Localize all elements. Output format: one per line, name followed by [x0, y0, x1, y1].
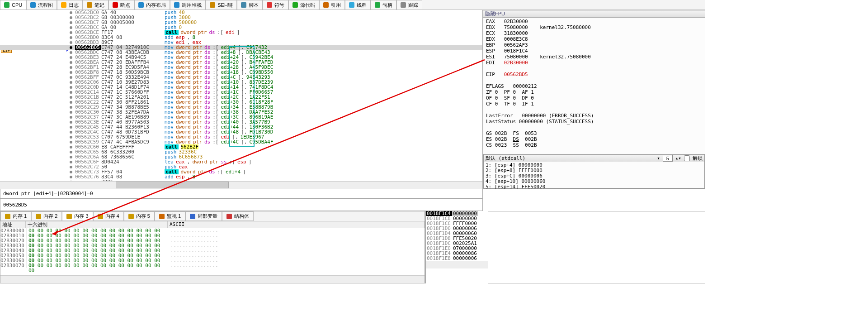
- breakpoint-dot[interactable]: [70, 66, 72, 69]
- breakpoint-dot[interactable]: [70, 71, 72, 74]
- breakpoint-dot[interactable]: [70, 146, 72, 149]
- tab-trc[interactable]: 跟踪: [396, 0, 422, 10]
- disasm-row[interactable]: 00562C7683C4 08add esp,8: [0, 174, 482, 179]
- breakpoint-dot[interactable]: [70, 56, 72, 59]
- disasm-row[interactable]: 00562C7250push eax: [0, 164, 482, 169]
- breakpoint-dot[interactable]: [70, 126, 72, 129]
- disasm-row[interactable]: 00562BC268 00300000push 3000: [0, 15, 482, 20]
- breakpoint-dot[interactable]: [70, 46, 72, 49]
- breakpoint-dot[interactable]: [70, 171, 72, 173]
- breakpoint-dot[interactable]: [70, 116, 72, 119]
- disasm-row[interactable]: 00562C59C747 4C 4FBA5DC9mov dword ptr ds…: [0, 139, 482, 144]
- breakpoint-dot[interactable]: [70, 176, 72, 178]
- breakpoint-dot[interactable]: [70, 136, 72, 139]
- stack-row[interactable]: 0018F1E800000006: [426, 256, 488, 261]
- tab-cpu[interactable]: CPU: [0, 0, 26, 10]
- arg-row[interactable]: 5: [esp+14] FFE50020: [486, 184, 703, 190]
- disasm-row[interactable]: 00562BC06A 40push 40: [0, 10, 482, 15]
- tab-sym[interactable]: 符号: [263, 0, 288, 10]
- disasm-row[interactable]: 00562BCEFF17call dword ptr ds:[edi]: [0, 30, 482, 35]
- dump-row[interactable]: 02B3007000 00 00 00 00 00 00 00 00 00 00…: [0, 263, 425, 268]
- stack-panel[interactable]: 0018F1C4000000000018F1C8000000000018F1CC…: [425, 211, 488, 283]
- breakpoint-dot[interactable]: [70, 61, 72, 64]
- args-unlock-check[interactable]: [684, 155, 690, 161]
- regs-header[interactable]: 隐藏FPU: [483, 10, 705, 18]
- tab-call[interactable]: 调用堆栈: [170, 0, 206, 10]
- breakpoint-dot[interactable]: [70, 111, 72, 114]
- breakpoint-dot[interactable]: [70, 156, 72, 158]
- info-line-1: dword ptr [edi+4]=[02B30004]=0: [0, 189, 483, 198]
- tab-scr[interactable]: 脚本: [237, 0, 263, 10]
- args-count-input[interactable]: [663, 155, 673, 162]
- tab-label: 符号: [274, 2, 284, 9]
- disasm-row[interactable]: 00562C73FF57 04call dword ptr ds:[edi+4]: [0, 169, 482, 174]
- tab-hnd[interactable]: 句柄: [371, 0, 396, 10]
- memtab-icon: [36, 214, 41, 219]
- args-spin[interactable]: ▴▾: [675, 155, 681, 161]
- breakpoint-dot[interactable]: [70, 181, 72, 182]
- memtab-icon: [5, 214, 10, 219]
- info-line-2: 00562BD5: [0, 198, 483, 211]
- stack-hscroll[interactable]: [426, 261, 488, 268]
- hide-fpu-link[interactable]: 隐藏FPU: [485, 10, 505, 17]
- breakpoint-dot[interactable]: [70, 151, 72, 153]
- main-toolbar: CPU流程图日志笔记断点内存布局调用堆栈SEH链脚本符号源代码引用线程句柄跟踪: [0, 0, 705, 10]
- breakpoint-dot[interactable]: [70, 41, 72, 44]
- memtab[interactable]: 局部变量: [185, 211, 222, 221]
- breakpoint-dot[interactable]: [70, 16, 72, 19]
- disasm-row[interactable]: 00562C6568 6C333200push 32336C: [0, 149, 482, 154]
- disasm-row[interactable]: 00562BC768 00005000push 500000: [0, 20, 482, 25]
- disasm-row[interactable]: 8006: [0, 179, 482, 181]
- breakpoint-dot[interactable]: [70, 11, 72, 14]
- tab-log[interactable]: 日志: [57, 0, 83, 10]
- disasm-row[interactable]: 00562BCC6A 00push 0: [0, 25, 482, 30]
- memtab[interactable]: 内存 2: [31, 211, 62, 221]
- dump-view[interactable]: 地址 十六进制 ASCII 02B3000000 00 00 00 00 00 …: [0, 221, 425, 268]
- tab-mem[interactable]: 内存布局: [134, 0, 170, 10]
- breakpoint-dot[interactable]: [70, 26, 72, 29]
- dump-hscroll[interactable]: [0, 275, 425, 283]
- breakpoint-dot[interactable]: [70, 76, 72, 79]
- memtab[interactable]: 监视 1: [155, 211, 185, 221]
- tab-label: 调用堆栈: [182, 2, 202, 9]
- breakpoint-dot[interactable]: [70, 91, 72, 94]
- breakpoint-dot[interactable]: [70, 36, 72, 39]
- breakpoint-dot[interactable]: [70, 81, 72, 84]
- disasm-row[interactable]: 00562C6F8D0424lea eax,dword ptr ss:[esp]: [0, 159, 482, 164]
- breakpoint-dot[interactable]: [70, 21, 72, 24]
- tab-note[interactable]: 笔记: [83, 0, 108, 10]
- disassembly-panel: EIP 00562BC06A 40push 4000562BC268 00300…: [0, 10, 483, 189]
- disasm-row[interactable]: 00562C60E8 CAFEFFFFcall 562B2F: [0, 144, 482, 149]
- tab-seh[interactable]: SEH链: [206, 0, 237, 10]
- args-caret[interactable]: ▾: [657, 155, 660, 161]
- memtab[interactable]: 结构体: [222, 211, 254, 221]
- memtab[interactable]: 内存 4: [93, 211, 124, 221]
- breakpoint-dot[interactable]: [70, 141, 72, 144]
- tab-src[interactable]: 源代码: [288, 0, 319, 10]
- breakpoint-dot[interactable]: [70, 131, 72, 134]
- breakpoint-dot[interactable]: [70, 51, 72, 54]
- breakpoint-dot[interactable]: [70, 106, 72, 109]
- tab-label: SEH链: [217, 2, 233, 9]
- regs-body[interactable]: EAX 02B30000EBX 75080000 kernel32.750800…: [483, 18, 705, 154]
- memtab[interactable]: 内存 5: [124, 211, 155, 221]
- disasm-rows[interactable]: 00562BC06A 40push 4000562BC268 00300000p…: [0, 10, 482, 181]
- tab-ref[interactable]: 引用: [319, 0, 345, 10]
- breakpoint-dot[interactable]: [70, 31, 72, 34]
- disasm-row[interactable]: 00562BD083C4 08add esp,8: [0, 35, 482, 40]
- breakpoint-dot[interactable]: [70, 86, 72, 89]
- tab-thr[interactable]: 线程: [345, 0, 371, 10]
- tab-label: 脚本: [249, 2, 259, 9]
- breakpoint-dot[interactable]: [70, 101, 72, 104]
- tab-flow[interactable]: 流程图: [26, 0, 57, 10]
- breakpoint-dot[interactable]: [70, 161, 72, 163]
- breakpoint-dot[interactable]: [70, 96, 72, 99]
- breakpoint-dot[interactable]: [70, 166, 72, 168]
- args-body[interactable]: 1: [esp+4] 000000002: [esp+8] FFFF00003:…: [484, 162, 704, 191]
- disasm-hscroll[interactable]: [0, 181, 482, 189]
- breakpoint-dot[interactable]: [70, 121, 72, 124]
- args-header: 默认 (stdcall) ▾ ▴▾ 解锁: [484, 155, 704, 162]
- memtab[interactable]: 内存 1: [0, 211, 31, 221]
- tab-bp[interactable]: 断点: [108, 0, 134, 10]
- memtab[interactable]: 内存 3: [62, 211, 93, 221]
